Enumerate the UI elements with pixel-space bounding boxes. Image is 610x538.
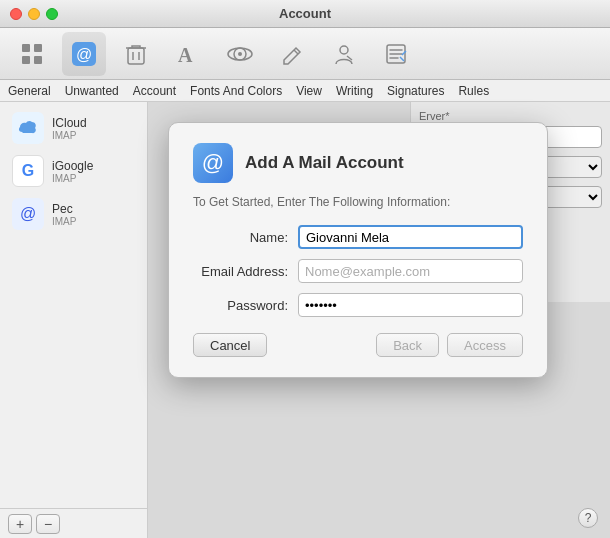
- menu-bar: General Unwanted Account Fonts And Color…: [0, 80, 610, 102]
- toolbar-signatures[interactable]: [322, 32, 366, 76]
- toolbar: @ A: [0, 28, 610, 80]
- google-name: iGoogle: [52, 159, 93, 173]
- svg-point-15: [340, 46, 348, 54]
- traffic-lights: [10, 8, 58, 20]
- password-label: Password:: [193, 298, 298, 313]
- toolbar-account[interactable]: @: [62, 32, 106, 76]
- menu-general[interactable]: General: [8, 84, 51, 98]
- menu-unwanted[interactable]: Unwanted: [65, 84, 119, 98]
- menu-view[interactable]: View: [296, 84, 322, 98]
- cancel-button[interactable]: Cancel: [193, 333, 267, 357]
- back-button[interactable]: Back: [376, 333, 439, 357]
- toolbar-fonts[interactable]: A: [166, 32, 210, 76]
- icloud-name: ICloud: [52, 116, 87, 130]
- google-type: IMAP: [52, 173, 93, 184]
- pec-name: Pec: [52, 202, 76, 216]
- pec-type: IMAP: [52, 216, 76, 227]
- svg-text:A: A: [178, 44, 193, 66]
- sidebar-item-icloud[interactable]: ICloud IMAP: [4, 107, 143, 149]
- menu-signatures[interactable]: Signatures: [387, 84, 444, 98]
- maximize-button[interactable]: [46, 8, 58, 20]
- svg-rect-2: [22, 56, 30, 64]
- title-bar: Account: [0, 0, 610, 28]
- mail-account-icon: @: [193, 143, 233, 183]
- icloud-icon: [12, 112, 44, 144]
- toolbar-junk[interactable]: [114, 32, 158, 76]
- svg-text:@: @: [76, 46, 92, 63]
- dialog-header: @ Add A Mail Account: [193, 143, 523, 183]
- dialog-overlay: @ Add A Mail Account To Get Started, Ent…: [148, 102, 610, 538]
- menu-writing[interactable]: Writing: [336, 84, 373, 98]
- sidebar-item-pec[interactable]: @ Pec IMAP: [4, 193, 143, 235]
- svg-line-14: [294, 50, 298, 54]
- svg-point-12: [238, 52, 242, 56]
- minimize-button[interactable]: [28, 8, 40, 20]
- svg-rect-3: [34, 56, 42, 64]
- add-mail-account-dialog: @ Add A Mail Account To Get Started, Ent…: [168, 122, 548, 378]
- dialog-subtitle: To Get Started, Enter The Following Info…: [193, 195, 523, 209]
- add-account-button[interactable]: +: [8, 514, 32, 534]
- svg-rect-1: [34, 44, 42, 52]
- name-row: Name:: [193, 225, 523, 249]
- toolbar-rules[interactable]: [374, 32, 418, 76]
- svg-rect-6: [128, 48, 144, 64]
- email-input[interactable]: [298, 259, 523, 283]
- email-row: Email Address:: [193, 259, 523, 283]
- help-button[interactable]: ?: [578, 508, 598, 528]
- sidebar-item-google[interactable]: G iGoogle IMAP: [4, 150, 143, 192]
- google-icon: G: [12, 155, 44, 187]
- dialog-buttons: Cancel Back Access: [193, 333, 523, 357]
- name-label: Name:: [193, 230, 298, 245]
- password-row: Password:: [193, 293, 523, 317]
- content-area: Erver* @ Add A Mail Account To Get Start…: [148, 102, 610, 538]
- password-input[interactable]: [298, 293, 523, 317]
- toolbar-writing[interactable]: [270, 32, 314, 76]
- sidebar-footer: + −: [0, 508, 147, 538]
- email-label: Email Address:: [193, 264, 298, 279]
- menu-account[interactable]: Account: [133, 84, 176, 98]
- main-content: ICloud IMAP G iGoogle IMAP @ Pec: [0, 102, 610, 538]
- dialog-buttons-right: Back Access: [376, 333, 523, 357]
- sidebar-items: ICloud IMAP G iGoogle IMAP @ Pec: [0, 102, 147, 508]
- toolbar-view[interactable]: [218, 32, 262, 76]
- menu-rules[interactable]: Rules: [458, 84, 489, 98]
- access-button[interactable]: Access: [447, 333, 523, 357]
- menu-fonts[interactable]: Fonts And Colors: [190, 84, 282, 98]
- dialog-title: Add A Mail Account: [245, 153, 404, 173]
- toolbar-general[interactable]: [10, 32, 54, 76]
- remove-account-button[interactable]: −: [36, 514, 60, 534]
- sidebar: ICloud IMAP G iGoogle IMAP @ Pec: [0, 102, 148, 538]
- window-title: Account: [279, 6, 331, 21]
- svg-rect-0: [22, 44, 30, 52]
- name-input[interactable]: [298, 225, 523, 249]
- pec-icon: @: [12, 198, 44, 230]
- icloud-type: IMAP: [52, 130, 87, 141]
- close-button[interactable]: [10, 8, 22, 20]
